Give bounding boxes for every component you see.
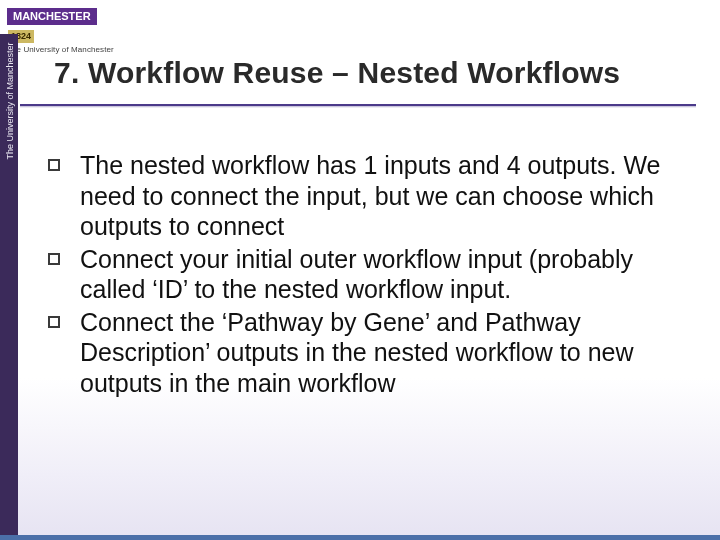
bullet-icon [48,253,60,265]
logo-subtitle: The University of Manchester [7,45,115,54]
slide-body: The nested workflow has 1 inputs and 4 o… [48,150,682,400]
logo-brand: MANCHESTER [7,8,97,25]
bullet-text: The nested workflow has 1 inputs and 4 o… [80,150,682,242]
footer-accent-bar [0,535,720,540]
bullet-text: Connect the ‘Pathway by Gene’ and Pathwa… [80,307,682,399]
sidebar-brand-strip: The University of Manchester [0,34,18,540]
title-underline [20,104,696,108]
bullet-icon [48,316,60,328]
slide-title: 7. Workflow Reuse – Nested Workflows [54,56,690,90]
list-item: The nested workflow has 1 inputs and 4 o… [48,150,682,242]
bullet-icon [48,159,60,171]
list-item: Connect your initial outer workflow inpu… [48,244,682,305]
university-logo: MANCHESTER1824 The University of Manches… [7,6,115,54]
bullet-text: Connect your initial outer workflow inpu… [80,244,682,305]
list-item: Connect the ‘Pathway by Gene’ and Pathwa… [48,307,682,399]
sidebar-label: The University of Manchester [5,36,15,166]
